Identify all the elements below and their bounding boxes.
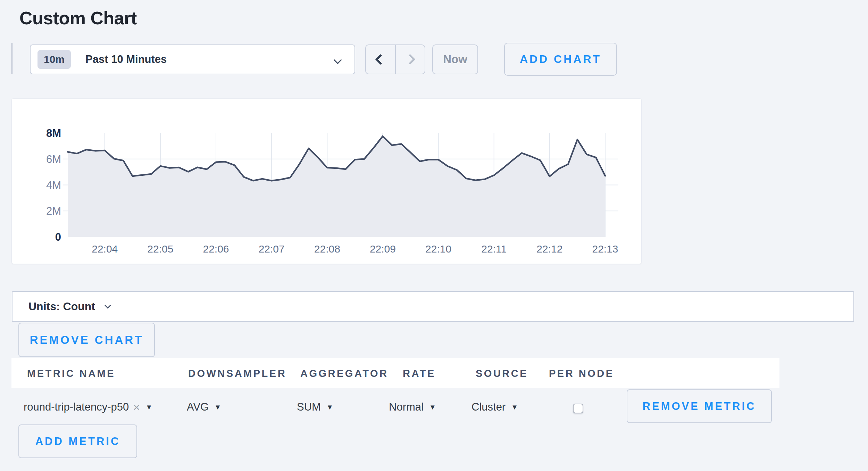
time-range-label: Past 10 Minutes: [85, 53, 167, 66]
custom-chart-page: Custom Chart 10m Past 10 Minutes Now ADD…: [0, 0, 868, 471]
units-dropdown[interactable]: Units: Count: [12, 291, 854, 322]
chevron-down-icon: [105, 302, 111, 308]
time-range-badge: 10m: [37, 50, 71, 69]
svg-text:8M: 8M: [46, 127, 61, 139]
next-range-button[interactable]: [396, 45, 425, 74]
add-metric-button[interactable]: ADD METRIC: [18, 424, 137, 458]
svg-text:0: 0: [55, 231, 61, 243]
col-downsampler: DOWNSAMPLER: [188, 368, 286, 379]
metric-name-select[interactable]: round-trip-latency-p50 × ▼: [24, 401, 152, 413]
aggregator-select[interactable]: SUM ▼: [297, 401, 333, 413]
svg-text:22:04: 22:04: [92, 243, 118, 255]
toolbar-accent-divider: [11, 43, 12, 74]
caret-down-icon: ▼: [326, 403, 333, 411]
svg-text:22:07: 22:07: [259, 243, 285, 255]
col-per-node: PER NODE: [549, 368, 614, 379]
metrics-table-header: METRIC NAME DOWNSAMPLER AGGREGATOR RATE …: [11, 358, 779, 388]
page-title: Custom Chart: [19, 8, 137, 28]
time-range-dropdown[interactable]: 10m Past 10 Minutes: [30, 44, 355, 74]
svg-text:22:06: 22:06: [203, 243, 229, 255]
downsampler-select[interactable]: AVG ▼: [187, 401, 221, 413]
close-icon[interactable]: ×: [133, 401, 140, 413]
col-source: SOURCE: [476, 368, 528, 379]
remove-chart-button[interactable]: REMOVE CHART: [18, 323, 155, 357]
chevron-right-icon: [405, 54, 416, 65]
col-aggregator: AGGREGATOR: [300, 368, 388, 379]
svg-text:22:10: 22:10: [425, 243, 451, 255]
svg-text:22:05: 22:05: [147, 243, 173, 255]
prev-range-button[interactable]: [366, 45, 395, 74]
svg-text:22:09: 22:09: [370, 243, 396, 255]
now-button[interactable]: Now: [432, 44, 478, 74]
source-select[interactable]: Cluster ▼: [471, 401, 518, 413]
downsampler-value: AVG: [187, 401, 209, 413]
caret-down-icon: ▼: [214, 403, 221, 411]
svg-text:22:13: 22:13: [592, 243, 618, 255]
latency-chart: 02M4M6M8M22:0422:0522:0622:0722:0822:092…: [12, 99, 642, 264]
col-metric-name: METRIC NAME: [27, 368, 115, 379]
chevron-left-icon: [375, 54, 386, 65]
time-pager: [365, 44, 425, 74]
svg-text:4M: 4M: [46, 179, 61, 191]
svg-text:2M: 2M: [46, 205, 61, 217]
caret-down-icon: ▼: [429, 403, 436, 411]
add-chart-button[interactable]: ADD CHART: [504, 43, 617, 76]
remove-metric-button[interactable]: REMOVE METRIC: [627, 389, 772, 423]
chart-card: 02M4M6M8M22:0422:0522:0622:0722:0822:092…: [11, 98, 642, 264]
svg-text:22:12: 22:12: [536, 243, 562, 255]
col-rate: RATE: [403, 368, 436, 379]
per-node-checkbox[interactable]: [573, 404, 583, 413]
caret-down-icon: ▼: [511, 403, 518, 411]
chevron-down-icon: [333, 56, 342, 64]
rate-select[interactable]: Normal ▼: [389, 401, 436, 413]
source-value: Cluster: [471, 401, 506, 413]
units-label: Units: Count: [28, 300, 95, 313]
svg-text:22:11: 22:11: [481, 243, 507, 255]
svg-text:6M: 6M: [46, 153, 61, 165]
caret-down-icon: ▼: [145, 403, 152, 411]
aggregator-value: SUM: [297, 401, 321, 413]
rate-value: Normal: [389, 401, 424, 413]
svg-text:22:08: 22:08: [314, 243, 340, 255]
metric-name-value: round-trip-latency-p50: [24, 401, 129, 413]
